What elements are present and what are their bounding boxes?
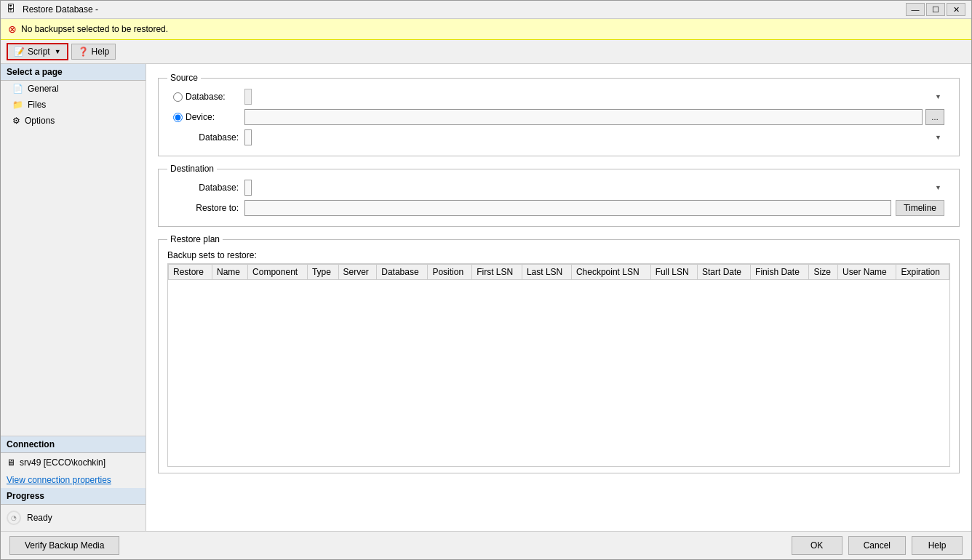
view-connection-properties-link[interactable]: View connection properties [1,472,146,488]
progress-status-text: Ready [27,513,52,523]
general-label: General [28,84,59,94]
col-size: Size [809,265,838,280]
help-label: Help [92,47,110,57]
restore-plan-fieldset: Restore plan Backup sets to restore: Res… [158,234,960,473]
device-radio-label[interactable]: Device: [173,112,239,122]
progress-section-header: Progress [1,488,146,505]
database-radio[interactable] [173,92,183,102]
sidebar-bottom: Connection 🖥 srv49 [ECCO\kochkin] View c… [1,436,146,531]
database-source-row: Database: ▼ [167,89,950,105]
sidebar-item-general[interactable]: 📄 General [1,81,146,97]
database2-source-select[interactable] [244,129,252,145]
col-first-lsn: First LSN [472,265,522,280]
options-icon: ⚙ [12,116,20,126]
select-page-header: Select a page [1,64,146,81]
script-label: Script [28,47,50,57]
database-source-label: Database: [186,92,226,102]
dest-select-arrow: ▼ [935,184,941,191]
database-source-select[interactable] [244,89,252,105]
timeline-button[interactable]: Timeline [896,200,944,216]
files-icon: 📁 [12,100,23,110]
script-button[interactable]: 📝 Script ▼ [7,43,68,60]
database-dest-select-wrapper: ▼ [244,180,944,196]
table-header-row: Restore Name Component Type Server Datab… [169,265,949,280]
database2-select-arrow: ▼ [935,134,941,141]
backup-sets-label: Backup sets to restore: [167,250,950,260]
database2-source-select-wrapper: ▼ [244,129,944,145]
script-icon: 📝 [14,47,25,57]
col-server: Server [338,265,377,280]
col-user-name: User Name [838,265,896,280]
maximize-button[interactable]: ☐ [926,3,945,16]
restore-to-input[interactable] [244,200,891,216]
content-area: Source Database: ▼ Device: [146,64,971,531]
database2-source-row: Database: ▼ [167,129,950,145]
progress-spinner: ◔ [7,511,21,525]
restore-plan-legend: Restore plan [167,234,223,244]
minimize-button[interactable]: — [906,3,925,16]
help-icon: ❓ [78,47,89,57]
warning-icon: ⊗ [8,23,17,35]
source-legend: Source [167,73,201,83]
destination-legend: Destination [167,164,217,174]
col-database: Database [377,265,428,280]
database-source-select-wrapper: ▼ [244,89,944,105]
window-title: Restore Database - [23,4,906,15]
files-label: Files [28,100,46,110]
col-restore: Restore [169,265,212,280]
col-name: Name [212,265,248,280]
source-fieldset: Source Database: ▼ Device: [158,73,960,156]
toolbar: 📝 Script ▼ ❓ Help [1,40,971,64]
backup-sets-table-container: Restore Name Component Type Server Datab… [167,263,950,467]
backup-sets-table: Restore Name Component Type Server Datab… [168,264,949,280]
cancel-button[interactable]: Cancel [848,536,906,555]
sidebar-item-files[interactable]: 📁 Files [1,97,146,113]
bottom-bar: Verify Backup Media OK Cancel Help [1,531,971,559]
col-checkpoint-lsn: Checkpoint LSN [571,265,650,280]
main-content: Select a page 📄 General 📁 Files ⚙ Option… [1,64,971,531]
verify-backup-media-button[interactable]: Verify Backup Media [9,536,119,555]
help-button[interactable]: ❓ Help [71,44,116,60]
database-radio-label[interactable]: Database: [173,92,239,102]
database-dest-row: Database: ▼ [167,180,950,196]
database-dest-select[interactable] [244,180,252,196]
options-label: Options [25,116,55,126]
col-component: Component [248,265,308,280]
close-button[interactable]: ✕ [947,3,965,16]
warning-bar: ⊗ No backupset selected to be restored. [1,19,971,40]
connection-item: 🖥 srv49 [ECCO\kochkin] [1,453,146,472]
warning-message: No backupset selected to be restored. [21,24,168,34]
general-icon: 📄 [12,84,23,94]
title-bar: 🗄 Restore Database - — ☐ ✕ [1,1,971,19]
connection-server: srv49 [ECCO\kochkin] [20,457,105,468]
ok-button[interactable]: OK [792,536,842,555]
title-bar-controls: — ☐ ✕ [906,3,965,16]
help-bottom-button[interactable]: Help [912,536,963,555]
database-dest-label: Database: [173,183,239,193]
col-finish-date: Finish Date [751,265,809,280]
connection-section-header: Connection [1,436,146,453]
device-source-row: Device: … [167,109,950,125]
sidebar: Select a page 📄 General 📁 Files ⚙ Option… [1,64,146,531]
col-start-date: Start Date [698,265,751,280]
window-icon: 🗄 [7,4,18,15]
col-type: Type [307,265,338,280]
col-expiration: Expiration [896,265,949,280]
restore-to-label: Restore to: [173,203,239,213]
sidebar-item-options[interactable]: ⚙ Options [1,113,146,129]
col-last-lsn: Last LSN [522,265,571,280]
database2-source-label: Database: [173,132,239,143]
script-dropdown-arrow: ▼ [55,48,61,55]
table-header: Restore Name Component Type Server Datab… [169,265,949,280]
device-input[interactable] [244,109,923,125]
destination-fieldset: Destination Database: ▼ Restore to: Time… [158,164,960,227]
device-radio[interactable] [173,113,183,122]
progress-status: ◔ Ready [1,505,146,531]
browse-button[interactable]: … [925,109,944,125]
col-full-lsn: Full LSN [650,265,697,280]
device-source-label: Device: [186,112,215,122]
restore-to-row: Restore to: Timeline [167,200,950,216]
restore-database-window: 🗄 Restore Database - — ☐ ✕ ⊗ No backupse… [0,0,972,560]
database-select-arrow: ▼ [935,93,941,100]
col-position: Position [428,265,472,280]
